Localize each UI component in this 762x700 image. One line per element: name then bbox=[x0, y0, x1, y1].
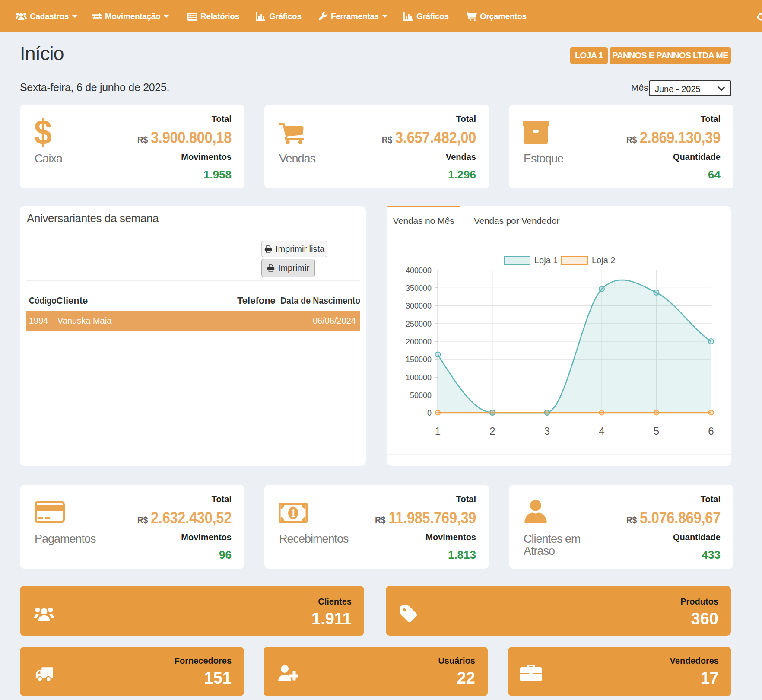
svg-text:5: 5 bbox=[654, 425, 659, 437]
svg-text:2: 2 bbox=[489, 425, 495, 437]
svg-text:0: 0 bbox=[427, 409, 432, 417]
svg-text:6: 6 bbox=[708, 425, 714, 437]
svg-text:1: 1 bbox=[435, 425, 441, 437]
svg-text:Loja 1: Loja 1 bbox=[534, 255, 558, 265]
svg-text:200000: 200000 bbox=[406, 337, 432, 346]
svg-text:400000: 400000 bbox=[406, 266, 432, 275]
svg-text:4: 4 bbox=[599, 425, 604, 437]
svg-text:50000: 50000 bbox=[410, 391, 432, 400]
svg-text:150000: 150000 bbox=[406, 355, 432, 364]
svg-text:350000: 350000 bbox=[406, 284, 432, 293]
svg-text:1: 1 bbox=[291, 507, 296, 519]
svg-text:3: 3 bbox=[544, 425, 550, 437]
svg-text:Loja 2: Loja 2 bbox=[592, 255, 616, 265]
svg-text:300000: 300000 bbox=[406, 302, 432, 310]
svg-text:100000: 100000 bbox=[406, 373, 432, 382]
svg-text:250000: 250000 bbox=[406, 320, 432, 328]
